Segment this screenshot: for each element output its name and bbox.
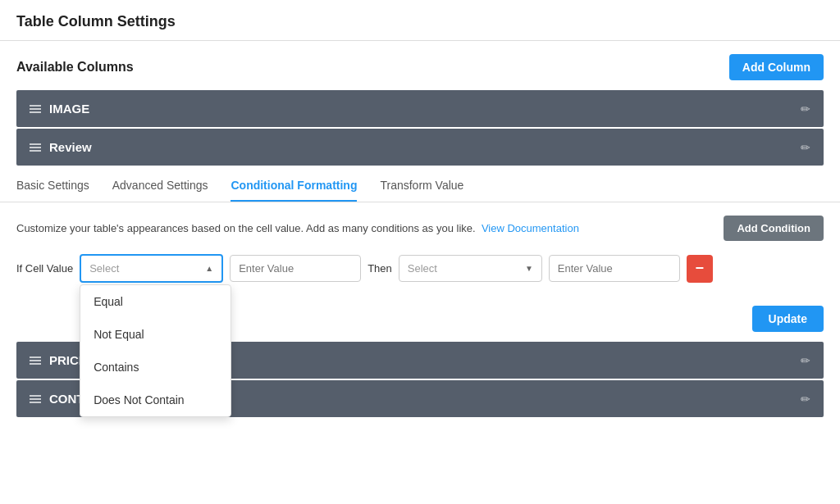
tab-transform-value[interactable]: Transform Value	[380, 179, 463, 202]
if-cell-value-label: If Cell Value	[16, 262, 73, 275]
tab-advanced-settings[interactable]: Advanced Settings	[112, 179, 208, 202]
column-row-label-review: Review	[30, 140, 92, 154]
drag-icon-price[interactable]	[30, 356, 41, 365]
if-enter-value-input[interactable]	[230, 255, 361, 282]
remove-condition-button[interactable]: −	[687, 255, 713, 283]
column-name-image: IMAGE	[49, 102, 89, 116]
chevron-up-icon: ▲	[205, 264, 213, 273]
then-label: Then	[368, 262, 392, 275]
cf-description-text: Customize your table's appearances based…	[16, 222, 710, 234]
view-documentation-link[interactable]: View Documentation	[482, 222, 579, 234]
chevron-down-icon: ▼	[525, 264, 533, 273]
edit-icon-contact[interactable]: ✏	[801, 393, 810, 406]
column-row-review: Review ✏	[16, 129, 824, 166]
drag-icon-review[interactable]	[30, 143, 41, 152]
columns-header: Available Columns Add Column	[16, 54, 824, 80]
update-button[interactable]: Update	[752, 306, 824, 332]
edit-icon-review[interactable]: ✏	[801, 141, 810, 154]
page-container: Table Column Settings Available Columns …	[0, 0, 840, 504]
if-select-placeholder: Select	[89, 262, 119, 275]
tab-conditional-formatting[interactable]: Conditional Formatting	[231, 179, 357, 202]
tab-basic-settings[interactable]: Basic Settings	[16, 179, 89, 202]
then-enter-value-input[interactable]	[549, 255, 680, 282]
then-select-placeholder: Select	[408, 262, 437, 275]
dropdown-item-does-not-contain[interactable]: Does Not Contain	[80, 384, 231, 416]
cf-section: Customize your table's appearances based…	[0, 202, 840, 306]
dropdown-item-not-equal[interactable]: Not Equal	[80, 318, 231, 351]
add-column-button[interactable]: Add Column	[729, 54, 824, 80]
add-condition-button[interactable]: Add Condition	[724, 216, 824, 241]
edit-icon-price[interactable]: ✏	[801, 354, 810, 367]
column-row-label-price: PRICE	[30, 353, 87, 367]
condition-row: If Cell Value Select ▲ Equal Not Equal C…	[16, 254, 824, 283]
if-select-dropdown[interactable]: Select ▲	[80, 254, 223, 283]
available-columns-label: Available Columns	[16, 60, 134, 75]
drag-icon[interactable]	[30, 105, 41, 113]
drag-icon-contact[interactable]	[30, 395, 41, 403]
column-name-review: Review	[49, 140, 92, 154]
column-row-label-image: IMAGE	[30, 102, 89, 116]
column-row-image: IMAGE ✏	[16, 90, 824, 127]
cf-description: Customize your table's appearances based…	[16, 216, 824, 241]
columns-section: Available Columns Add Column IMAGE ✏ Rev…	[0, 41, 840, 167]
page-header: Table Column Settings	[0, 0, 840, 41]
then-select-dropdown[interactable]: Select ▼	[399, 255, 542, 282]
dropdown-item-contains[interactable]: Contains	[80, 351, 231, 384]
tabs-section: Basic Settings Advanced Settings Conditi…	[0, 167, 840, 202]
condition-dropdown-menu: Equal Not Equal Contains Does Not Contai…	[80, 284, 231, 417]
select-container-if: Select ▲ Equal Not Equal Contains Does N…	[80, 254, 223, 283]
edit-icon-image[interactable]: ✏	[801, 102, 810, 116]
cf-description-main: Customize your table's appearances based…	[16, 222, 476, 234]
page-title: Table Column Settings	[16, 13, 176, 30]
dropdown-item-equal[interactable]: Equal	[80, 285, 231, 318]
